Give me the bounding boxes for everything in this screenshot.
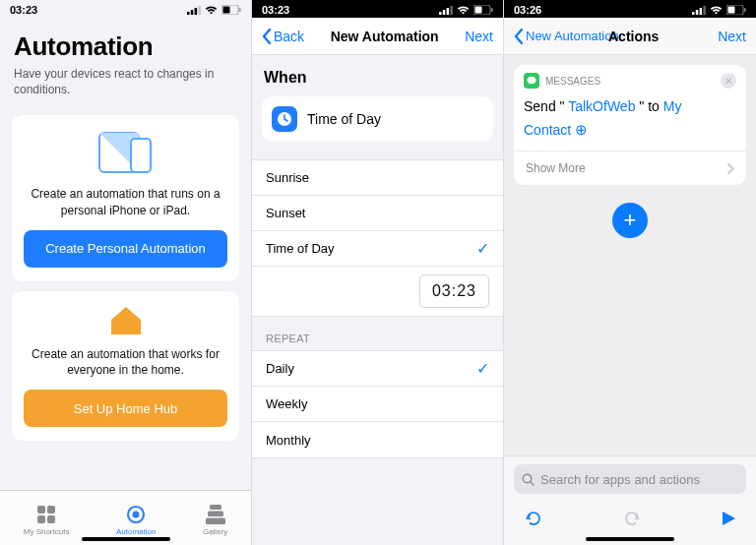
next-button[interactable]: Next	[718, 29, 746, 44]
wifi-icon	[457, 6, 470, 15]
gallery-icon	[206, 505, 225, 524]
next-button[interactable]: Next	[465, 29, 493, 44]
svg-rect-16	[210, 505, 221, 510]
check-icon: ✓	[476, 239, 489, 258]
chevron-left-icon	[262, 29, 272, 44]
clock-icon	[272, 106, 297, 132]
signal-icon	[187, 6, 201, 15]
chevron-right-icon	[727, 163, 734, 174]
svg-rect-17	[208, 511, 223, 516]
card-home-hub: Create an automation that works for ever…	[12, 291, 239, 441]
show-more-button[interactable]: Show More	[514, 151, 746, 185]
option-sunset[interactable]: Sunset	[252, 196, 503, 231]
tab-gallery[interactable]: Gallery	[203, 505, 227, 536]
undo-button[interactable]	[524, 509, 543, 528]
automation-icon	[126, 505, 146, 524]
svg-rect-12	[37, 515, 45, 523]
add-action-button[interactable]: +	[612, 203, 648, 238]
svg-rect-22	[450, 6, 453, 15]
tab-my-shortcuts[interactable]: My Shortcuts	[24, 505, 70, 536]
screen-new-automation-time: 03:23 Back New Automation Next When Time…	[252, 0, 504, 545]
repeat-list: Daily✓ Weekly Monthly	[252, 350, 503, 458]
nav-bar: Back New Automation Next	[252, 18, 503, 55]
tab-label: Gallery	[203, 527, 227, 536]
svg-rect-18	[206, 517, 225, 524]
card-personal-automation: Create an automation that runs on a pers…	[12, 115, 239, 280]
tile-label: Time of Day	[307, 111, 381, 127]
option-time-of-day[interactable]: Time of Day✓	[252, 231, 503, 267]
wifi-icon	[205, 6, 218, 15]
svg-rect-3	[198, 6, 201, 15]
status-bar: 03:26	[504, 0, 756, 18]
repeat-label: REPEAT	[252, 317, 503, 350]
nav-bar: New Automation Actions Next	[504, 18, 756, 55]
home-icon	[108, 305, 144, 336]
screen-automation-home: 03:23 Automation Have your devices react…	[0, 0, 252, 545]
svg-rect-6	[239, 8, 241, 12]
svg-rect-20	[443, 10, 446, 15]
wifi-icon	[710, 6, 723, 15]
status-time: 03:23	[262, 4, 289, 16]
set-up-home-hub-button[interactable]: Set Up Home Hub	[24, 390, 227, 427]
time-of-day-tile[interactable]: Time of Day	[262, 96, 493, 142]
search-field[interactable]: Search for apps and actions	[514, 464, 746, 494]
add-recipient-button[interactable]: ⊕	[575, 121, 588, 138]
svg-rect-25	[491, 8, 493, 12]
status-icons	[187, 5, 241, 15]
action-description: Send " TalkOfWeb " to My Contact⊕	[514, 96, 746, 151]
status-icons	[439, 5, 493, 15]
redo-button[interactable]	[622, 509, 642, 528]
tab-bar: My Shortcuts Automation Gallery	[0, 490, 251, 545]
check-icon: ✓	[476, 359, 489, 378]
run-button[interactable]	[721, 511, 736, 526]
svg-rect-11	[47, 506, 55, 514]
svg-rect-21	[447, 8, 450, 15]
tab-label: My Shortcuts	[24, 527, 70, 536]
signal-icon	[692, 6, 706, 15]
create-personal-automation-button[interactable]: Create Personal Automation	[24, 230, 227, 268]
card-home-text: Create an automation that works for ever…	[24, 346, 227, 378]
home-indicator[interactable]	[82, 537, 170, 541]
svg-rect-29	[700, 8, 703, 15]
back-button[interactable]: New Automation	[514, 29, 619, 44]
svg-rect-10	[37, 506, 45, 514]
nav-title: Actions	[608, 29, 659, 44]
time-options-list: Sunrise Sunset Time of Day✓ 03:23	[252, 159, 503, 317]
svg-rect-30	[703, 6, 706, 15]
svg-rect-24	[475, 7, 482, 14]
tab-automation[interactable]: Automation	[116, 505, 156, 536]
repeat-monthly[interactable]: Monthly	[252, 422, 503, 457]
svg-rect-19	[439, 12, 442, 15]
status-icons	[692, 5, 746, 15]
tab-label: Automation	[116, 527, 156, 536]
svg-rect-28	[696, 10, 699, 15]
status-time: 03:23	[10, 4, 37, 16]
option-sunrise[interactable]: Sunrise	[252, 160, 503, 196]
page-subtitle: Have your devices react to changes in co…	[14, 66, 237, 97]
svg-rect-27	[692, 12, 695, 15]
chevron-left-icon	[514, 29, 524, 44]
messages-app-icon	[524, 73, 539, 89]
send-message-action-card[interactable]: MESSAGES ✕ Send " TalkOfWeb " to My Cont…	[514, 65, 746, 185]
bottom-toolbar: Search for apps and actions	[504, 455, 756, 545]
svg-rect-33	[744, 8, 746, 12]
message-text-token[interactable]: TalkOfWeb	[568, 98, 635, 114]
nav-title: New Automation	[331, 29, 439, 44]
svg-rect-9	[131, 139, 151, 172]
svg-rect-32	[728, 7, 735, 14]
when-header: When	[252, 55, 503, 96]
repeat-daily[interactable]: Daily✓	[252, 351, 503, 387]
repeat-weekly[interactable]: Weekly	[252, 387, 503, 422]
svg-rect-1	[191, 10, 194, 15]
svg-point-15	[133, 511, 140, 517]
remove-action-button[interactable]: ✕	[721, 73, 736, 89]
grid-icon	[36, 505, 56, 524]
signal-icon	[439, 6, 453, 15]
back-button[interactable]: Back	[262, 29, 304, 44]
home-indicator[interactable]	[586, 537, 674, 541]
app-name: MESSAGES	[545, 76, 600, 87]
time-picker[interactable]: 03:23	[419, 274, 489, 308]
status-time: 03:26	[514, 4, 541, 16]
search-placeholder: Search for apps and actions	[540, 472, 700, 487]
svg-rect-2	[195, 8, 198, 15]
